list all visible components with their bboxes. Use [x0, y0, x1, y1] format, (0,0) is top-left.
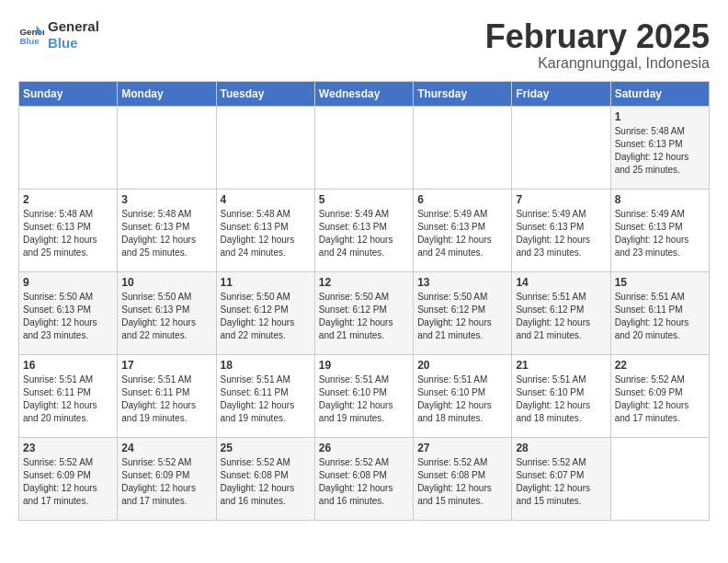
weekday-header-saturday: Saturday	[610, 81, 709, 106]
calendar-cell: 20Sunrise: 5:51 AM Sunset: 6:10 PM Dayli…	[414, 354, 512, 437]
day-number: 9	[23, 276, 113, 289]
calendar-cell	[19, 106, 118, 189]
day-number: 1	[615, 110, 705, 123]
week-row-4: 23Sunrise: 5:52 AM Sunset: 6:09 PM Dayli…	[19, 437, 710, 520]
week-row-0: 1Sunrise: 5:48 AM Sunset: 6:13 PM Daylig…	[19, 106, 710, 189]
day-info: Sunrise: 5:52 AM Sunset: 6:07 PM Dayligh…	[516, 456, 606, 508]
day-info: Sunrise: 5:51 AM Sunset: 6:11 PM Dayligh…	[23, 373, 113, 425]
calendar-cell: 7Sunrise: 5:49 AM Sunset: 6:13 PM Daylig…	[512, 189, 610, 271]
calendar-cell	[314, 106, 413, 189]
day-info: Sunrise: 5:51 AM Sunset: 6:12 PM Dayligh…	[516, 291, 606, 342]
calendar-cell: 26Sunrise: 5:52 AM Sunset: 6:08 PM Dayli…	[314, 437, 413, 520]
day-info: Sunrise: 5:51 AM Sunset: 6:11 PM Dayligh…	[221, 373, 311, 425]
week-row-1: 2Sunrise: 5:48 AM Sunset: 6:13 PM Daylig…	[19, 189, 710, 271]
calendar-cell: 5Sunrise: 5:49 AM Sunset: 6:13 PM Daylig…	[314, 189, 413, 271]
day-number: 12	[319, 276, 409, 289]
day-number: 7	[516, 193, 606, 206]
logo: General Blue General Blue	[18, 18, 99, 52]
week-row-2: 9Sunrise: 5:50 AM Sunset: 6:13 PM Daylig…	[19, 271, 710, 354]
weekday-header-row: SundayMondayTuesdayWednesdayThursdayFrid…	[19, 81, 710, 106]
calendar-cell: 22Sunrise: 5:52 AM Sunset: 6:09 PM Dayli…	[610, 354, 709, 437]
day-number: 4	[221, 193, 311, 206]
weekday-header-monday: Monday	[118, 81, 216, 106]
calendar-cell: 9Sunrise: 5:50 AM Sunset: 6:13 PM Daylig…	[19, 271, 118, 354]
day-number: 17	[121, 359, 211, 372]
weekday-header-thursday: Thursday	[414, 81, 512, 106]
day-info: Sunrise: 5:48 AM Sunset: 6:13 PM Dayligh…	[615, 125, 705, 177]
calendar-cell: 3Sunrise: 5:48 AM Sunset: 6:13 PM Daylig…	[118, 189, 216, 271]
day-info: Sunrise: 5:49 AM Sunset: 6:13 PM Dayligh…	[615, 208, 705, 259]
weekday-header-friday: Friday	[512, 81, 610, 106]
day-number: 18	[221, 359, 311, 372]
calendar-cell: 23Sunrise: 5:52 AM Sunset: 6:09 PM Dayli…	[19, 437, 118, 520]
day-info: Sunrise: 5:48 AM Sunset: 6:13 PM Dayligh…	[221, 208, 311, 259]
day-info: Sunrise: 5:52 AM Sunset: 6:09 PM Dayligh…	[121, 456, 211, 508]
calendar-cell	[216, 106, 314, 189]
day-info: Sunrise: 5:52 AM Sunset: 6:09 PM Dayligh…	[615, 373, 705, 425]
calendar-cell: 12Sunrise: 5:50 AM Sunset: 6:12 PM Dayli…	[314, 271, 413, 354]
day-number: 26	[319, 442, 409, 454]
calendar-cell	[610, 437, 709, 520]
day-info: Sunrise: 5:52 AM Sunset: 6:09 PM Dayligh…	[23, 456, 113, 508]
day-number: 20	[417, 359, 507, 372]
weekday-header-tuesday: Tuesday	[216, 81, 314, 106]
logo-icon: General Blue	[18, 22, 44, 48]
day-number: 19	[319, 359, 409, 372]
day-number: 8	[615, 193, 705, 206]
weekday-header-wednesday: Wednesday	[314, 81, 413, 106]
calendar-cell: 6Sunrise: 5:49 AM Sunset: 6:13 PM Daylig…	[414, 189, 512, 271]
day-info: Sunrise: 5:52 AM Sunset: 6:08 PM Dayligh…	[221, 456, 311, 508]
day-info: Sunrise: 5:51 AM Sunset: 6:11 PM Dayligh…	[615, 291, 705, 342]
calendar-cell: 19Sunrise: 5:51 AM Sunset: 6:10 PM Dayli…	[314, 354, 413, 437]
title-area: February 2025 Karangnunggal, Indonesia	[485, 18, 710, 72]
day-number: 21	[516, 359, 606, 372]
day-info: Sunrise: 5:50 AM Sunset: 6:13 PM Dayligh…	[121, 291, 211, 342]
day-number: 13	[417, 276, 507, 289]
day-info: Sunrise: 5:49 AM Sunset: 6:13 PM Dayligh…	[319, 208, 409, 259]
weekday-header-sunday: Sunday	[19, 81, 118, 106]
calendar-cell: 13Sunrise: 5:50 AM Sunset: 6:12 PM Dayli…	[414, 271, 512, 354]
day-number: 15	[615, 276, 705, 289]
calendar-cell: 27Sunrise: 5:52 AM Sunset: 6:08 PM Dayli…	[414, 437, 512, 520]
day-number: 11	[221, 276, 311, 289]
day-number: 16	[23, 359, 113, 372]
day-info: Sunrise: 5:52 AM Sunset: 6:08 PM Dayligh…	[417, 456, 507, 508]
day-info: Sunrise: 5:50 AM Sunset: 6:12 PM Dayligh…	[221, 291, 311, 342]
calendar-table: SundayMondayTuesdayWednesdayThursdayFrid…	[18, 81, 710, 521]
day-info: Sunrise: 5:48 AM Sunset: 6:13 PM Dayligh…	[121, 208, 211, 259]
calendar-cell	[414, 106, 512, 189]
day-number: 22	[615, 359, 705, 372]
calendar-cell: 14Sunrise: 5:51 AM Sunset: 6:12 PM Dayli…	[512, 271, 610, 354]
day-info: Sunrise: 5:49 AM Sunset: 6:13 PM Dayligh…	[417, 208, 507, 259]
day-number: 10	[121, 276, 211, 289]
header: General Blue General Blue February 2025 …	[18, 18, 710, 72]
day-info: Sunrise: 5:50 AM Sunset: 6:12 PM Dayligh…	[319, 291, 409, 342]
day-info: Sunrise: 5:51 AM Sunset: 6:10 PM Dayligh…	[417, 373, 507, 425]
calendar-cell: 24Sunrise: 5:52 AM Sunset: 6:09 PM Dayli…	[118, 437, 216, 520]
calendar-cell: 15Sunrise: 5:51 AM Sunset: 6:11 PM Dayli…	[610, 271, 709, 354]
day-number: 28	[516, 442, 606, 454]
calendar-cell: 18Sunrise: 5:51 AM Sunset: 6:11 PM Dayli…	[216, 354, 314, 437]
logo-line2: Blue	[48, 35, 99, 52]
calendar-cell: 8Sunrise: 5:49 AM Sunset: 6:13 PM Daylig…	[610, 189, 709, 271]
day-number: 23	[23, 442, 113, 454]
calendar-cell: 10Sunrise: 5:50 AM Sunset: 6:13 PM Dayli…	[118, 271, 216, 354]
day-info: Sunrise: 5:51 AM Sunset: 6:10 PM Dayligh…	[516, 373, 606, 425]
day-info: Sunrise: 5:50 AM Sunset: 6:12 PM Dayligh…	[417, 291, 507, 342]
month-year: February 2025	[485, 18, 710, 55]
day-info: Sunrise: 5:51 AM Sunset: 6:11 PM Dayligh…	[121, 373, 211, 425]
calendar-cell: 16Sunrise: 5:51 AM Sunset: 6:11 PM Dayli…	[19, 354, 118, 437]
day-number: 5	[319, 193, 409, 206]
calendar-cell	[512, 106, 610, 189]
calendar-cell: 2Sunrise: 5:48 AM Sunset: 6:13 PM Daylig…	[19, 189, 118, 271]
calendar-cell: 11Sunrise: 5:50 AM Sunset: 6:12 PM Dayli…	[216, 271, 314, 354]
location: Karangnunggal, Indonesia	[485, 55, 710, 72]
day-info: Sunrise: 5:51 AM Sunset: 6:10 PM Dayligh…	[319, 373, 409, 425]
day-number: 6	[417, 193, 507, 206]
day-number: 2	[23, 193, 113, 206]
day-number: 24	[121, 442, 211, 454]
week-row-3: 16Sunrise: 5:51 AM Sunset: 6:11 PM Dayli…	[19, 354, 710, 437]
calendar-cell: 4Sunrise: 5:48 AM Sunset: 6:13 PM Daylig…	[216, 189, 314, 271]
day-number: 3	[121, 193, 211, 206]
day-number: 14	[516, 276, 606, 289]
